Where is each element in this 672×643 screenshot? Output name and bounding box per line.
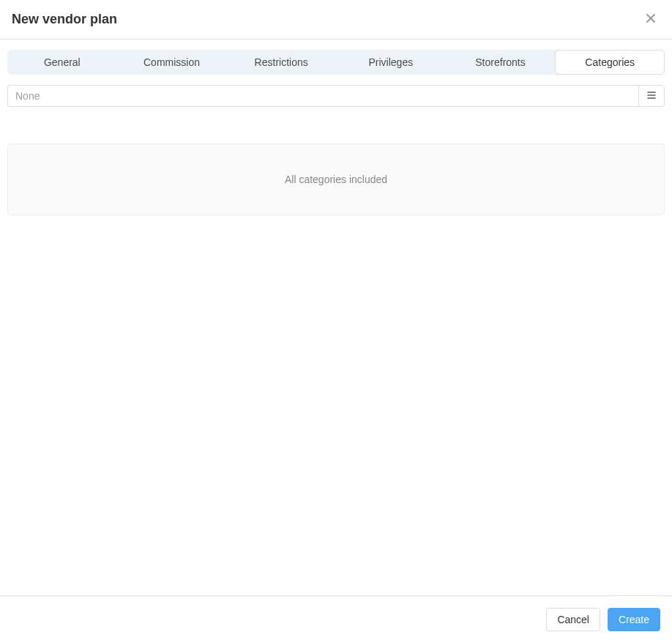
tab-general[interactable]: General: [7, 50, 117, 75]
dialog-footer: Cancel Create: [0, 595, 672, 643]
create-button[interactable]: Create: [608, 608, 660, 631]
category-selector-row: [7, 85, 665, 107]
hamburger-icon: [646, 89, 657, 103]
tabs-container: General Commission Restrictions Privileg…: [7, 50, 665, 75]
categories-empty-panel: All categories included: [7, 144, 665, 215]
empty-message: All categories included: [285, 174, 387, 185]
close-button[interactable]: [641, 9, 660, 30]
dialog-content: General Commission Restrictions Privileg…: [0, 40, 672, 595]
category-input[interactable]: [7, 85, 638, 107]
category-menu-button[interactable]: [638, 85, 665, 107]
tab-storefronts[interactable]: Storefronts: [446, 50, 556, 75]
tab-privileges[interactable]: Privileges: [336, 50, 446, 75]
dialog-header: New vendor plan: [0, 0, 672, 40]
close-icon: [644, 12, 657, 27]
dialog-title: New vendor plan: [12, 12, 117, 27]
tab-categories[interactable]: Categories: [555, 50, 665, 75]
tab-restrictions[interactable]: Restrictions: [226, 50, 336, 75]
tab-commission[interactable]: Commission: [117, 50, 227, 75]
cancel-button[interactable]: Cancel: [546, 608, 600, 631]
